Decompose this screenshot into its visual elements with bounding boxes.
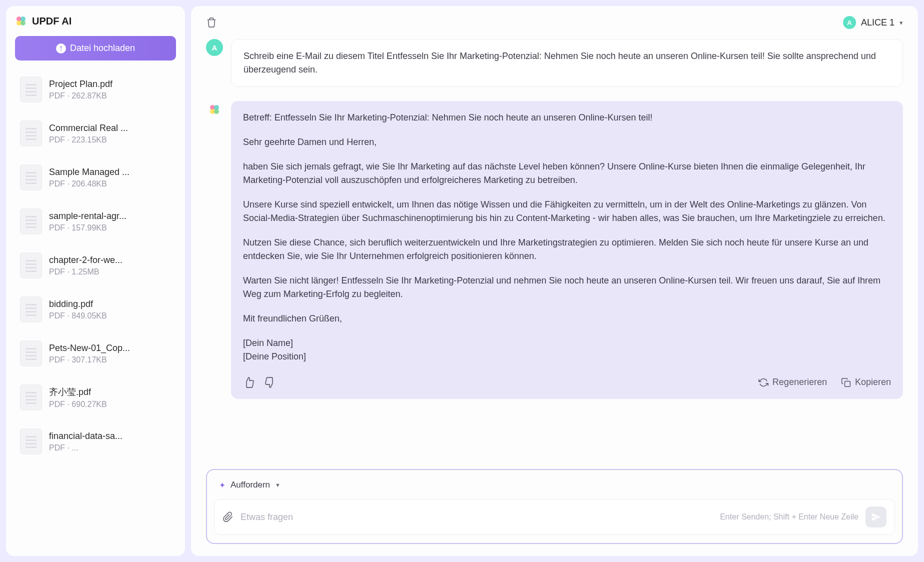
pdf-file-icon [20, 208, 42, 234]
message-actions: Regenerieren Kopieren [243, 376, 891, 389]
file-name: Pets-New-01_Cop... [49, 343, 171, 354]
file-list: Project Plan.pdf PDF · 262.87KB Commerci… [15, 70, 176, 547]
file-name: chapter-2-for-we... [49, 255, 171, 266]
file-item[interactable]: Pets-New-01_Cop... PDF · 307.17KB [15, 334, 176, 372]
file-item[interactable]: chapter-2-for-we... PDF · 1.25MB [15, 246, 176, 284]
file-item[interactable]: 齐小莹.pdf PDF · 690.27KB [15, 378, 176, 416]
user-name-label: ALICE 1 [861, 18, 894, 28]
regenerate-button[interactable]: Regenerieren [758, 376, 827, 389]
regenerate-label: Regenerieren [772, 376, 827, 389]
pdf-file-icon [20, 120, 42, 146]
prompt-selector-label: Auffordern [230, 480, 270, 490]
file-name: bidding.pdf [49, 299, 171, 310]
send-button[interactable] [866, 506, 886, 528]
ai-paragraph: Betreff: Entfesseln Sie Ihr Marketing-Po… [243, 111, 891, 124]
sidebar-header: UPDF AI [15, 15, 176, 27]
user-avatar: A [206, 39, 223, 56]
delete-icon[interactable] [206, 17, 217, 28]
file-meta: PDF · 223.15KB [49, 136, 171, 144]
file-name: 齐小莹.pdf [49, 386, 171, 398]
input-row: Enter Senden; Shift + Enter Neue Zeile [214, 499, 895, 535]
chevron-down-icon: ▾ [900, 19, 903, 26]
ai-message: Betreff: Entfesseln Sie Ihr Marketing-Po… [206, 101, 903, 399]
svg-point-3 [20, 20, 26, 26]
thumbs-up-icon[interactable] [243, 376, 255, 388]
copy-icon [841, 378, 851, 388]
file-item[interactable]: bidding.pdf PDF · 849.05KB [15, 290, 176, 328]
main-panel: A ALICE 1 ▾ A Schreib eine E-Mail zu die… [191, 6, 918, 556]
sparkle-icon: ✦ [219, 480, 226, 490]
pdf-file-icon [20, 164, 42, 190]
pdf-file-icon [20, 428, 42, 454]
copy-label: Kopieren [855, 376, 891, 389]
ai-paragraph: haben Sie sich jemals gefragt, wie Sie I… [243, 160, 891, 187]
file-item[interactable]: sample-rental-agr... PDF · 157.99KB [15, 202, 176, 240]
file-meta: PDF · 206.48KB [49, 180, 171, 188]
file-item[interactable]: Sample Managed ... PDF · 206.48KB [15, 158, 176, 196]
ai-paragraph: Mit freundlichen Grüßen, [243, 312, 891, 326]
upload-button-label: Datei hochladen [70, 43, 135, 54]
sidebar: UPDF AI ↑ Datei hochladen Project Plan.p… [6, 6, 185, 556]
file-item[interactable]: financial-data-sa... PDF · ... [15, 422, 176, 460]
chat-input[interactable] [240, 512, 713, 522]
send-icon [871, 512, 881, 522]
file-name: Project Plan.pdf [49, 79, 171, 90]
ai-message-bubble: Betreff: Entfesseln Sie Ihr Marketing-Po… [231, 101, 903, 399]
app-title: UPDF AI [32, 16, 72, 27]
refresh-icon [758, 378, 768, 388]
file-name: Sample Managed ... [49, 167, 171, 178]
upload-file-button[interactable]: ↑ Datei hochladen [15, 36, 176, 60]
user-menu[interactable]: A ALICE 1 ▾ [843, 16, 903, 29]
user-message-text: Schreib eine E-Mail zu diesem Titel Entf… [231, 39, 903, 87]
file-meta: PDF · 690.27KB [49, 400, 171, 409]
file-meta: PDF · 157.99KB [49, 224, 171, 232]
ai-paragraph: Sehr geehrte Damen und Herren, [243, 136, 891, 149]
pdf-file-icon [20, 76, 42, 102]
pdf-file-icon [20, 252, 42, 278]
user-avatar: A [843, 16, 856, 29]
user-message: A Schreib eine E-Mail zu diesem Titel En… [206, 39, 903, 87]
thumbs-down-icon[interactable] [264, 376, 276, 388]
ai-paragraph: Warten Sie nicht länger! Entfesseln Sie … [243, 274, 891, 301]
upload-icon: ↑ [56, 44, 66, 54]
prompt-selector[interactable]: ✦ Auffordern ▼ [214, 478, 286, 492]
input-area: ✦ Auffordern ▼ Enter Senden; Shift + Ent… [206, 469, 903, 544]
pdf-file-icon [20, 296, 42, 322]
chat-area: A Schreib eine E-Mail zu diesem Titel En… [191, 39, 918, 469]
ai-avatar-icon [206, 101, 223, 118]
caret-down-icon: ▼ [275, 482, 280, 488]
file-item[interactable]: Commercial Real ... PDF · 223.15KB [15, 114, 176, 152]
app-logo-icon [15, 15, 27, 27]
pdf-file-icon [20, 384, 42, 410]
file-meta: PDF · ... [49, 444, 171, 452]
file-meta: PDF · 1.25MB [49, 268, 171, 276]
main-header: A ALICE 1 ▾ [191, 6, 918, 39]
file-meta: PDF · 307.17KB [49, 356, 171, 364]
copy-button[interactable]: Kopieren [841, 376, 891, 389]
svg-point-7 [214, 109, 219, 114]
file-name: financial-data-sa... [49, 431, 171, 442]
attachment-icon[interactable] [222, 512, 234, 522]
file-meta: PDF · 849.05KB [49, 312, 171, 320]
ai-paragraph: Unsere Kurse sind speziell entwickelt, u… [243, 198, 891, 225]
ai-paragraph: [Dein Name] [Deine Position] [243, 336, 891, 364]
file-name: sample-rental-agr... [49, 211, 171, 222]
svg-rect-8 [844, 381, 850, 386]
file-item[interactable]: Project Plan.pdf PDF · 262.87KB [15, 70, 176, 108]
ai-paragraph: Nutzen Sie diese Chance, sich beruflich … [243, 236, 891, 263]
pdf-file-icon [20, 340, 42, 366]
file-name: Commercial Real ... [49, 123, 171, 134]
file-meta: PDF · 262.87KB [49, 92, 171, 100]
input-hint: Enter Senden; Shift + Enter Neue Zeile [720, 512, 858, 522]
